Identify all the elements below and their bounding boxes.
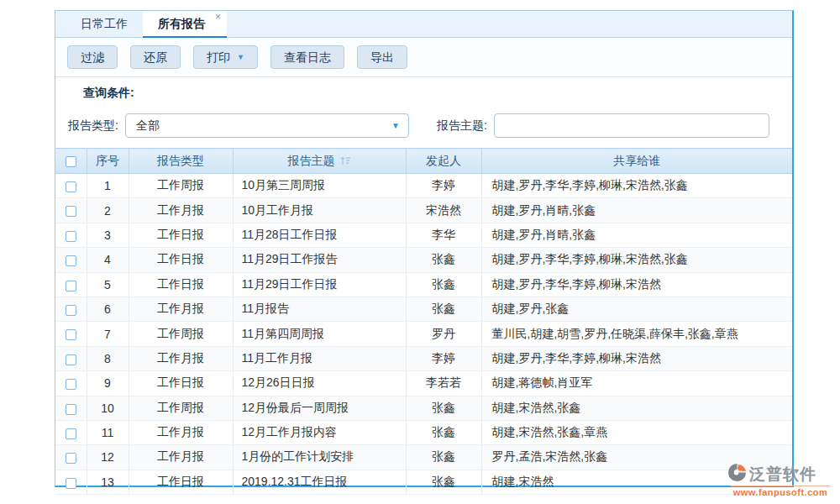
row-checkbox[interactable] [66, 404, 76, 415]
report-subject-link[interactable]: 12月份最后一周周报 [233, 396, 406, 420]
chevron-down-icon: ▼ [237, 46, 244, 68]
row-checkbox[interactable] [66, 255, 76, 266]
row-checkbox[interactable] [66, 478, 76, 489]
tab-all-reports-label: 所有报告 [158, 17, 205, 30]
row-checkbox[interactable] [66, 379, 76, 390]
vendor-watermark: 泛普软件 www.fanpusoft.com [727, 463, 838, 497]
row-checkbox[interactable] [66, 206, 76, 217]
row-number: 11 [87, 420, 129, 444]
row-checkbox-cell [55, 272, 87, 297]
report-type-select[interactable]: 全部 ▼ [125, 113, 409, 138]
report-type: 工作月报 [129, 297, 233, 321]
column-header-subject[interactable]: 报告主题 [233, 149, 406, 174]
row-checkbox-cell [55, 346, 87, 370]
report-subject-link[interactable]: 11月第四周周报 [233, 322, 406, 346]
filter-button[interactable]: 过滤 [67, 45, 118, 69]
row-checkbox-cell [55, 223, 87, 247]
initiator-link[interactable]: 张鑫 [406, 470, 481, 494]
query-title: 查询条件: [83, 86, 792, 101]
table-header-row: 序号 报告类型 报告主题 发起人 共享给谁 [55, 149, 792, 174]
shared-with: 胡建,宋浩然,张鑫,章燕 [481, 420, 792, 444]
report-type: 工作月报 [129, 198, 233, 223]
report-type: 工作日报 [129, 470, 233, 494]
report-subject-input[interactable] [494, 113, 769, 138]
row-checkbox[interactable] [66, 281, 76, 291]
report-subject-link[interactable]: 11月28日工作日报 [233, 223, 406, 247]
report-type: 工作日报 [129, 223, 233, 247]
report-subject-link[interactable]: 10月第三周周报 [233, 174, 406, 198]
table-row: 12工作月报1月份的工作计划安排张鑫罗丹,孟浩,宋浩然,张鑫 [55, 445, 792, 470]
query-section: 查询条件: 报告类型: 全部 ▼ 报告主题: [55, 77, 792, 138]
report-subject-link[interactable]: 11月报告 [233, 297, 406, 321]
all-reports-panel: 日常工作 所有报告 × 过滤 还原 打印 ▼ 查看日志 导出 查询条件: 报告类… [55, 10, 794, 487]
initiator-link[interactable]: 张鑫 [406, 396, 481, 420]
initiator-link[interactable]: 罗丹 [406, 322, 481, 346]
row-checkbox[interactable] [66, 305, 76, 316]
print-button[interactable]: 打印 ▼ [193, 45, 258, 69]
tab-daily-work[interactable]: 日常工作 [66, 11, 143, 37]
table-row: 9工作日报12月26日日报李若若胡建,蒋德帧,肖亚军 [55, 371, 792, 396]
row-checkbox[interactable] [66, 354, 76, 365]
initiator-link[interactable]: 李华 [406, 223, 481, 247]
report-type: 工作周报 [129, 396, 233, 420]
column-header-initiator[interactable]: 发起人 [406, 149, 481, 174]
column-header-type[interactable]: 报告类型 [129, 149, 233, 174]
table-body: 1工作周报10月第三周周报李婷胡建,罗丹,李华,李婷,柳琳,宋浩然,张鑫2工作月… [55, 174, 792, 495]
row-number: 1 [87, 174, 129, 198]
initiator-link[interactable]: 李婷 [406, 346, 481, 370]
initiator-link[interactable]: 张鑫 [406, 297, 481, 321]
row-checkbox-cell [55, 420, 87, 444]
shared-with: 胡建,蒋德帧,肖亚军 [481, 371, 792, 396]
report-subject-link[interactable]: 1月份的工作计划安排 [233, 445, 406, 470]
report-subject-link[interactable]: 12月26日日报 [233, 371, 406, 396]
row-checkbox[interactable] [66, 453, 76, 464]
initiator-link[interactable]: 张鑫 [406, 445, 481, 470]
report-subject-link[interactable]: 12月工作月报内容 [233, 420, 406, 444]
report-subject-link[interactable]: 11月29日工作日报 [233, 272, 406, 297]
initiator-link[interactable]: 宋浩然 [406, 198, 481, 223]
row-checkbox-cell [55, 470, 87, 494]
toolbar: 过滤 还原 打印 ▼ 查看日志 导出 [55, 38, 792, 77]
restore-button[interactable]: 还原 [130, 45, 181, 69]
select-all-checkbox[interactable] [66, 156, 76, 167]
initiator-link[interactable]: 李若若 [406, 371, 481, 396]
row-checkbox[interactable] [66, 181, 76, 192]
report-type-selected-value: 全部 [136, 118, 160, 134]
row-checkbox[interactable] [66, 231, 76, 242]
row-checkbox-cell [55, 322, 87, 346]
row-number: 10 [87, 396, 129, 420]
select-all-cell [55, 149, 87, 174]
report-type-label: 报告类型: [68, 118, 118, 134]
vendor-url-text: www.fanpusoft.com [731, 486, 830, 497]
shared-with: 胡建,罗丹,李华,李婷,柳琳,宋浩然,张鑫 [481, 248, 792, 272]
report-type: 工作日报 [129, 272, 233, 297]
column-header-shared[interactable]: 共享给谁 [481, 149, 792, 174]
row-checkbox[interactable] [66, 329, 76, 340]
initiator-link[interactable]: 李婷 [406, 174, 481, 198]
report-type: 工作月报 [129, 346, 233, 370]
table-row: 11工作月报12月工作月报内容张鑫胡建,宋浩然,张鑫,章燕 [55, 420, 792, 444]
view-log-button[interactable]: 查看日志 [270, 45, 344, 69]
table-row: 2工作月报10月工作月报宋浩然胡建,罗丹,肖晴,张鑫 [55, 198, 792, 223]
fanpu-logo-icon [727, 463, 747, 486]
report-subject-link[interactable]: 11月29日工作报告 [233, 248, 406, 272]
sort-ascending-icon[interactable] [340, 155, 351, 168]
row-number: 3 [87, 223, 129, 247]
report-subject-label: 报告主题: [437, 118, 487, 134]
initiator-link[interactable]: 张鑫 [406, 272, 481, 297]
tab-all-reports[interactable]: 所有报告 × [143, 11, 227, 38]
report-subject-link[interactable]: 10月工作月报 [233, 198, 406, 223]
row-checkbox[interactable] [66, 428, 76, 439]
tab-close-icon[interactable]: × [215, 12, 221, 22]
row-checkbox-cell [55, 174, 87, 198]
table-row: 7工作周报11月第四周周报罗丹董川民,胡建,胡雪,罗丹,任晓渠,薛保丰,张鑫,章… [55, 322, 792, 346]
report-subject-link[interactable]: 11月工作月报 [233, 346, 406, 370]
initiator-link[interactable]: 张鑫 [406, 248, 481, 272]
initiator-link[interactable]: 张鑫 [406, 420, 481, 444]
report-subject-link[interactable]: 2019.12.31工作日报 [233, 470, 406, 494]
column-header-no[interactable]: 序号 [87, 149, 129, 174]
export-button[interactable]: 导出 [357, 45, 407, 69]
row-checkbox-cell [55, 248, 87, 272]
reports-table: 序号 报告类型 报告主题 发起人 共享给谁 1工作周报10月第三周周报李婷胡建,… [55, 148, 792, 495]
row-checkbox-cell [55, 396, 87, 420]
